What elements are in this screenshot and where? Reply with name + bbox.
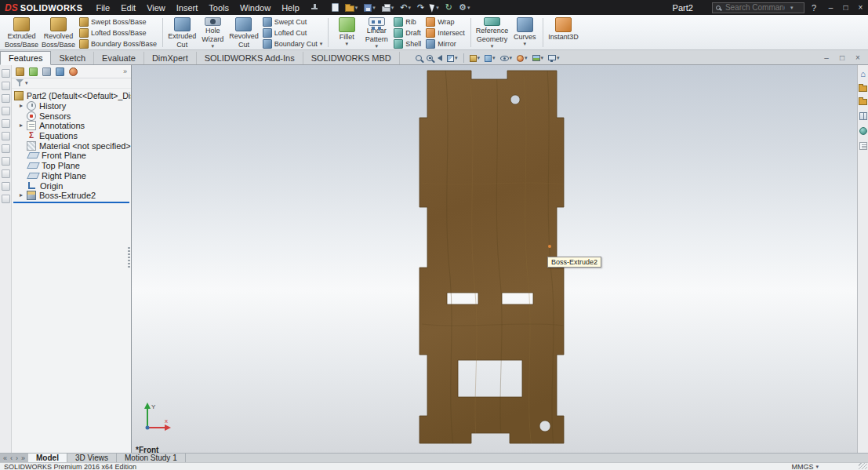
section-view-caret-icon[interactable]: ▾ — [455, 55, 458, 61]
search-input[interactable] — [724, 2, 786, 13]
graphics-viewport[interactable]: Boss-Extrude2 Y x *Front — [132, 65, 857, 453]
propertymanager-tab-icon[interactable] — [29, 67, 38, 76]
left-dock-button[interactable] — [2, 182, 10, 191]
search-commands-box[interactable]: ▾ — [712, 2, 804, 13]
previous-view-button[interactable] — [437, 55, 443, 61]
zoom-area-button[interactable] — [426, 55, 434, 61]
tab-sketch[interactable]: Sketch — [51, 52, 94, 64]
fillet-button[interactable]: Fillet ▾ — [332, 16, 361, 49]
featuremanager-tree-tab-icon[interactable] — [16, 67, 24, 76]
left-dock-button[interactable] — [2, 169, 10, 178]
revolved-cut-button[interactable]: Revolved Cut — [227, 16, 260, 49]
tab-model[interactable]: Model — [28, 454, 67, 462]
tree-item-material[interactable]: Material <not specified> — [12, 140, 131, 151]
save-caret-icon[interactable]: ▾ — [372, 5, 376, 11]
restore-button[interactable]: □ — [838, 0, 853, 15]
tab-dimxpert[interactable]: DimXpert — [144, 52, 197, 64]
draft-button[interactable]: Draft — [392, 27, 423, 38]
tree-item-right-plane[interactable]: Right Plane — [12, 171, 131, 181]
rollback-bar[interactable] — [13, 202, 129, 203]
left-dock-button[interactable] — [2, 195, 10, 203]
view-settings-button[interactable]: ▾ — [547, 55, 561, 61]
tab-solidworks-add-ins[interactable]: SOLIDWORKS Add-Ins — [197, 52, 303, 64]
apply-scene-caret-icon[interactable]: ▾ — [541, 55, 544, 61]
panel-chevron-icon[interactable]: » — [123, 67, 127, 75]
left-dock-button[interactable] — [2, 144, 10, 153]
file-explorer-icon[interactable] — [859, 99, 867, 105]
boundary-cut-caret-icon[interactable]: ▾ — [320, 41, 323, 46]
linear-pattern-button[interactable]: Linear Pattern ▾ — [361, 16, 391, 49]
tree-item-history[interactable]: ▸ History — [12, 101, 131, 111]
pin-menu-icon[interactable] — [310, 3, 318, 12]
curves-caret-icon[interactable]: ▾ — [524, 41, 527, 46]
save-button[interactable]: ▾ — [361, 3, 378, 13]
options-button[interactable]: ⚙▾ — [456, 2, 472, 13]
open-document-button[interactable]: ▾ — [343, 4, 361, 12]
revolved-boss-button[interactable]: Revolved Boss/Base — [40, 16, 77, 49]
panel-splitter-handle[interactable] — [128, 247, 130, 268]
lofted-boss-button[interactable]: Lofted Boss/Base — [78, 27, 158, 38]
swept-boss-button[interactable]: Swept Boss/Base — [78, 16, 158, 27]
menu-view[interactable]: View — [141, 3, 171, 13]
search-caret-icon[interactable]: ▾ — [790, 5, 794, 11]
units-selector[interactable]: MMGS — [791, 463, 813, 470]
reference-geometry-button[interactable]: Reference Geometry ▾ — [474, 16, 510, 49]
view-orientation-button[interactable]: ▾ — [469, 55, 481, 62]
left-dock-button[interactable] — [2, 157, 10, 166]
previous-tab-button[interactable]: ‹ — [10, 454, 13, 462]
extruded-boss-button[interactable]: Extruded Boss/Base — [3, 16, 40, 49]
lofted-cut-button[interactable]: Lofted Cut — [261, 27, 325, 38]
document-minimize-button[interactable]: – — [821, 52, 832, 64]
tab-features[interactable]: Features — [0, 51, 51, 65]
instant3d-button[interactable]: Instant3D — [547, 16, 580, 49]
new-document-button[interactable] — [329, 2, 341, 13]
left-dock-button[interactable] — [2, 119, 10, 128]
part-body[interactable] — [419, 71, 564, 443]
zoom-fit-button[interactable] — [415, 55, 423, 61]
hide-show-caret-icon[interactable]: ▾ — [510, 55, 513, 61]
reference-geometry-caret-icon[interactable]: ▾ — [491, 43, 494, 49]
print-caret-icon[interactable]: ▾ — [391, 5, 394, 11]
print-button[interactable]: ▾ — [380, 4, 397, 12]
menu-help[interactable]: Help — [276, 3, 305, 13]
expander-icon[interactable]: ▸ — [20, 101, 27, 111]
display-style-button[interactable]: ▾ — [484, 55, 496, 62]
view-settings-caret-icon[interactable]: ▾ — [557, 55, 560, 61]
hide-show-items-button[interactable]: ▾ — [499, 55, 514, 61]
rebuild-button[interactable]: ↻ — [443, 2, 455, 13]
section-view-button[interactable]: ▾ — [446, 55, 459, 62]
menu-tools[interactable]: Tools — [203, 3, 234, 13]
redo-button[interactable]: ↷ — [415, 2, 427, 13]
expander-icon[interactable]: ▸ — [20, 191, 27, 200]
linear-pattern-caret-icon[interactable]: ▾ — [375, 43, 378, 49]
design-library-icon[interactable] — [859, 86, 867, 92]
menu-window[interactable]: Window — [234, 3, 276, 13]
extruded-cut-button[interactable]: Extruded Cut — [166, 16, 198, 49]
menu-insert[interactable]: Insert — [171, 3, 204, 13]
options-caret-icon[interactable]: ▾ — [467, 5, 470, 11]
help-button[interactable]: ? — [812, 3, 816, 13]
hole-wizard-button[interactable]: Hole Wizard ▾ — [198, 16, 227, 49]
menu-file[interactable]: File — [90, 3, 115, 13]
display-style-caret-icon[interactable]: ▾ — [492, 55, 496, 61]
first-tab-button[interactable]: « — [3, 454, 7, 462]
undo-button[interactable]: ↶▾ — [398, 2, 413, 13]
tree-item-sensors[interactable]: Sensors — [12, 111, 131, 121]
view-orientation-caret-icon[interactable]: ▾ — [478, 55, 481, 61]
select-caret-icon[interactable]: ▾ — [436, 5, 439, 11]
tree-item-annotations[interactable]: ▸ Annotations — [12, 121, 131, 131]
left-dock-button[interactable] — [2, 107, 10, 115]
dimxpertmanager-tab-icon[interactable] — [56, 67, 64, 76]
tab-evaluate[interactable]: Evaluate — [94, 52, 144, 64]
tree-item-origin[interactable]: Origin — [12, 180, 131, 191]
mirror-button[interactable]: Mirror — [424, 38, 467, 49]
last-tab-button[interactable]: » — [21, 454, 25, 462]
swept-cut-button[interactable]: Swept Cut — [261, 16, 325, 27]
tab-3d-views[interactable]: 3D Views — [67, 454, 117, 462]
select-button[interactable]: ▾ — [428, 2, 441, 13]
boundary-boss-button[interactable]: Boundary Boss/Base — [78, 38, 158, 49]
boundary-cut-button[interactable]: Boundary Cut▾ — [261, 38, 325, 49]
appearances-icon[interactable] — [859, 127, 867, 135]
tree-item-boss-extrude2[interactable]: ▸ Boss-Extrude2 — [12, 191, 131, 201]
left-dock-button[interactable] — [2, 82, 10, 90]
